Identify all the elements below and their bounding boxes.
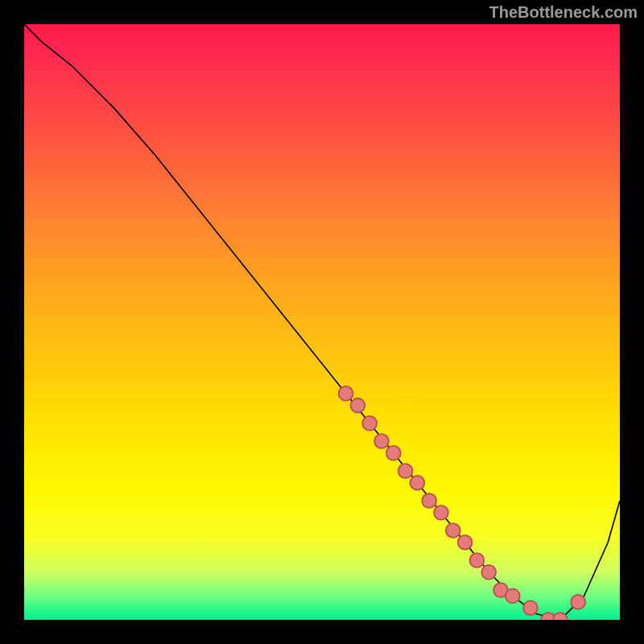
marker-point <box>386 446 401 460</box>
page-frame: TheBottleneck.com <box>0 0 644 644</box>
marker-point <box>523 601 538 615</box>
marker-point <box>422 493 436 508</box>
marker-point <box>553 613 568 620</box>
marker-point <box>398 464 413 478</box>
marker-point <box>339 386 353 401</box>
marker-point <box>446 523 460 538</box>
chart-svg <box>24 24 620 620</box>
marker-point <box>481 565 496 580</box>
marker-point <box>506 589 520 604</box>
attribution-label: TheBottleneck.com <box>489 3 638 22</box>
marker-point <box>411 476 425 490</box>
bottleneck-chart <box>24 24 620 620</box>
marker-point <box>362 416 377 431</box>
marker-point <box>434 506 448 520</box>
bottleneck-curve-line <box>24 24 620 620</box>
marker-point <box>351 398 365 413</box>
marker-group <box>339 386 585 620</box>
marker-point <box>458 535 473 550</box>
marker-point <box>470 553 485 568</box>
marker-point <box>374 434 389 448</box>
marker-point <box>571 595 585 609</box>
